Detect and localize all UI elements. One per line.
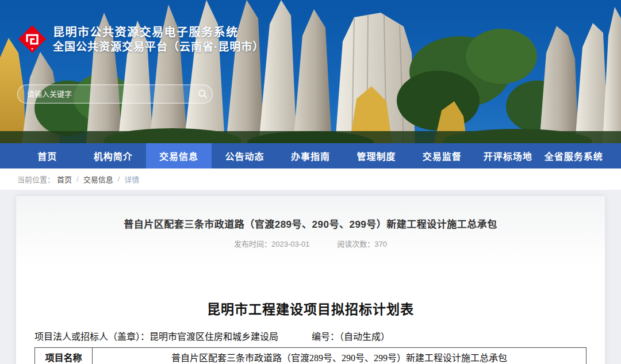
nav-item-venue[interactable]: 开评标场地 <box>475 143 540 168</box>
article-meta: 发布时间：2023-03-01 阅读次数：370 <box>16 238 605 249</box>
publish-time-label: 发布时间： <box>234 240 271 248</box>
search-button[interactable] <box>193 85 212 103</box>
legal-person-label: 项目法人或招标人（盖章）： <box>34 332 150 342</box>
nav-item-supervise[interactable]: 交易监督 <box>409 143 475 168</box>
article-title: 普自片区配套三条市政道路（官渡289号、290号、299号）新建工程设计施工总承… <box>16 216 605 231</box>
nav-item-guide[interactable]: 办事指南 <box>278 143 343 168</box>
nav-item-notice[interactable]: 公告动态 <box>212 143 277 168</box>
publish-time: 发布时间：2023-03-01 <box>234 240 310 248</box>
site-title: 昆明市公共资源交易电子服务系统 <box>53 25 264 40</box>
main-nav: 首页 机构简介 交易信息 公告动态 办事指南 管理制度 交易监督 开评标场地 全… <box>0 143 621 168</box>
detail-card: 普自片区配套三条市政道路（官渡289号、290号、299号）新建工程设计施工总承… <box>16 196 605 364</box>
site-logo-icon <box>17 24 47 54</box>
project-name-label: 项目名称 <box>35 348 93 364</box>
article-header: 普自片区配套三条市政道路（官渡289号、290号、299号）新建工程设计施工总承… <box>16 196 605 266</box>
breadcrumb-home[interactable]: 首页 <box>57 174 72 185</box>
nav-item-rules[interactable]: 管理制度 <box>343 143 409 168</box>
site-subtitle: 全国公共资源交易平台（云南省·昆明市） <box>53 40 264 54</box>
breadcrumb-separator: / <box>76 175 79 183</box>
stone-forest-photo <box>0 0 621 143</box>
number-label: 编号： <box>312 332 339 342</box>
legal-person-line: 项目法人或招标人（盖章）：昆明市官渡区住房和城乡建设局编号：（自动生成） <box>34 329 586 343</box>
read-count-value: 370 <box>374 240 387 248</box>
search-bar[interactable] <box>17 85 213 104</box>
read-count-label: 阅读次数： <box>337 240 374 248</box>
nav-item-about[interactable]: 机构简介 <box>80 143 145 168</box>
hero-banner: 昆明市公共资源交易电子服务系统 全国公共资源交易平台（云南省·昆明市） <box>0 0 621 143</box>
breadcrumb-separator: / <box>118 175 120 183</box>
nav-item-trade[interactable]: 交易信息 <box>146 143 212 168</box>
publish-time-value: 2023-03-01 <box>271 240 310 248</box>
project-name-value: 普自片区配套三条市政道路（官渡289号、290号、299号）新建工程设计施工总承… <box>93 348 586 364</box>
nav-item-home[interactable]: 首页 <box>14 143 80 168</box>
number-value: （自动生成） <box>339 332 390 342</box>
search-icon <box>198 89 208 99</box>
page-body: 普自片区配套三条市政道路（官渡289号、290号、299号）新建工程设计施工总承… <box>0 190 621 364</box>
breadcrumb: 当前位置： 首页 / 交易信息 / 详情 <box>0 168 621 190</box>
read-count: 阅读次数：370 <box>337 240 387 248</box>
breadcrumb-section[interactable]: 交易信息 <box>83 174 113 185</box>
breadcrumb-prefix: 当前位置： <box>17 174 55 185</box>
tender-plan-document: 昆明市工程建设项目拟招标计划表 项目法人或招标人（盖章）：昆明市官渡区住房和城乡… <box>16 298 605 364</box>
legal-person-value: 昆明市官渡区住房和城乡建设局 <box>150 332 278 342</box>
document-title: 昆明市工程建设项目拟招标计划表 <box>34 298 586 318</box>
site-brand: 昆明市公共资源交易电子服务系统 全国公共资源交易平台（云南省·昆明市） <box>17 24 264 54</box>
breadcrumb-current: 详情 <box>124 174 139 185</box>
tender-plan-table: 项目名称 普自片区配套三条市政道路（官渡289号、290号、299号）新建工程设… <box>34 347 586 364</box>
table-row: 项目名称 普自片区配套三条市政道路（官渡289号、290号、299号）新建工程设… <box>35 348 586 364</box>
search-input[interactable] <box>18 85 193 103</box>
nav-item-province[interactable]: 全省服务系统 <box>541 143 607 168</box>
